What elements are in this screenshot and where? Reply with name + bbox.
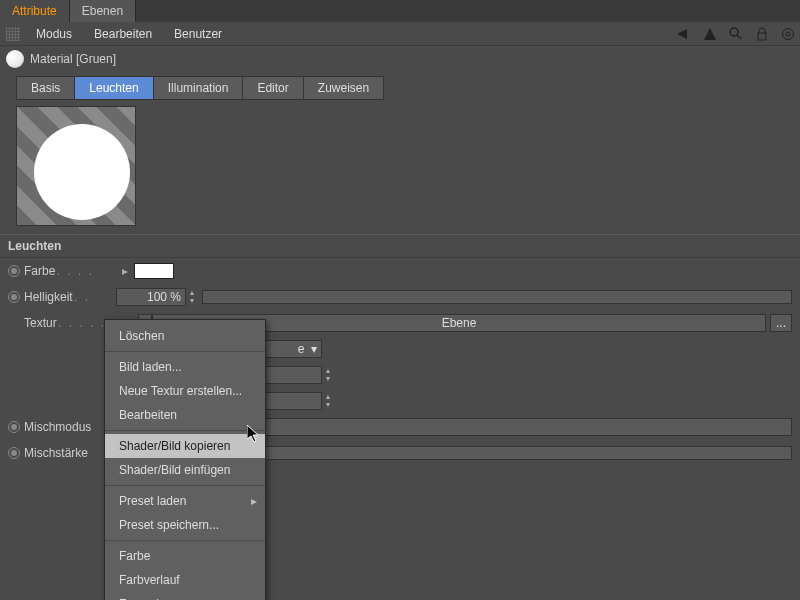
ctx-shader-einfuegen[interactable]: Shader/Bild einfügen bbox=[105, 458, 265, 482]
helligkeit-field[interactable]: 100 % bbox=[116, 288, 186, 306]
material-title: Material [Gruen] bbox=[30, 52, 116, 66]
sub-spinner-3[interactable]: ▲▼ bbox=[324, 393, 332, 409]
ctx-separator bbox=[105, 351, 265, 352]
enable-helligkeit-radio[interactable] bbox=[8, 291, 20, 303]
material-preview[interactable] bbox=[16, 106, 136, 226]
textur-browse-button[interactable]: ... bbox=[770, 314, 792, 332]
svg-marker-1 bbox=[704, 28, 716, 40]
category-tabs: Basis Leuchten Illumination Editor Zuwei… bbox=[0, 72, 800, 106]
label-mischmodus: Mischmodus bbox=[24, 420, 116, 434]
settings-icon[interactable] bbox=[779, 25, 797, 43]
label-helligkeit: Helligkeit . . bbox=[24, 290, 116, 304]
tab-zuweisen[interactable]: Zuweisen bbox=[303, 76, 384, 100]
svg-line-3 bbox=[737, 35, 741, 39]
preview-area bbox=[0, 106, 800, 234]
enable-mischstaerke-radio[interactable] bbox=[8, 447, 20, 459]
ctx-separator bbox=[105, 430, 265, 431]
menu-bearbeiten[interactable]: Bearbeiten bbox=[84, 23, 162, 45]
ctx-preset-laden[interactable]: Preset laden▸ bbox=[105, 489, 265, 513]
sub-spinner-2[interactable]: ▲▼ bbox=[324, 367, 332, 383]
svg-rect-4 bbox=[758, 33, 766, 40]
ctx-shader-kopieren[interactable]: Shader/Bild kopieren bbox=[105, 434, 265, 458]
ctx-farbverlauf[interactable]: Farbverlauf bbox=[105, 568, 265, 592]
tab-ebenen[interactable]: Ebenen bbox=[70, 0, 136, 22]
svg-point-6 bbox=[786, 32, 790, 36]
tab-attribute[interactable]: Attribute bbox=[0, 0, 70, 22]
svg-point-2 bbox=[730, 28, 738, 36]
svg-marker-0 bbox=[677, 29, 687, 39]
enable-mischmodus-radio[interactable] bbox=[8, 421, 20, 433]
label-textur: Textur . . . . . bbox=[24, 316, 116, 330]
submenu-arrow-icon: ▸ bbox=[251, 494, 257, 508]
ctx-separator bbox=[105, 485, 265, 486]
material-header: Material [Gruen] bbox=[0, 46, 800, 72]
tab-basis[interactable]: Basis bbox=[16, 76, 74, 100]
color-swatch[interactable] bbox=[134, 263, 174, 279]
nav-back-icon[interactable] bbox=[675, 25, 693, 43]
tab-leuchten[interactable]: Leuchten bbox=[74, 76, 152, 100]
svg-point-5 bbox=[783, 28, 794, 39]
ctx-bearbeiten[interactable]: Bearbeiten bbox=[105, 403, 265, 427]
enable-farbe-radio[interactable] bbox=[8, 265, 20, 277]
panel-tabs: Attribute Ebenen bbox=[0, 0, 800, 22]
material-thumb-icon bbox=[6, 50, 24, 68]
helligkeit-spinner[interactable]: ▲▼ bbox=[188, 289, 196, 305]
context-menu: Löschen Bild laden... Neue Textur erstel… bbox=[104, 319, 266, 600]
tab-illumination[interactable]: Illumination bbox=[153, 76, 243, 100]
param-helligkeit: Helligkeit . . 100 % ▲▼ bbox=[0, 284, 800, 310]
grip-icon[interactable] bbox=[6, 27, 20, 41]
ctx-fresnel[interactable]: Fresnel bbox=[105, 592, 265, 600]
section-heading: Leuchten bbox=[0, 234, 800, 258]
helligkeit-slider[interactable] bbox=[202, 290, 792, 304]
ctx-separator bbox=[105, 540, 265, 541]
ctx-neue-textur[interactable]: Neue Textur erstellen... bbox=[105, 379, 265, 403]
nav-up-icon[interactable] bbox=[701, 25, 719, 43]
search-icon[interactable] bbox=[727, 25, 745, 43]
param-farbe: Farbe . . . . ▸ bbox=[0, 258, 800, 284]
expand-farbe-icon[interactable]: ▸ bbox=[120, 264, 130, 278]
lock-icon[interactable] bbox=[753, 25, 771, 43]
ctx-bild-laden[interactable]: Bild laden... bbox=[105, 355, 265, 379]
tab-editor[interactable]: Editor bbox=[242, 76, 302, 100]
menu-bar: Modus Bearbeiten Benutzer bbox=[0, 22, 800, 46]
menu-modus[interactable]: Modus bbox=[26, 23, 82, 45]
label-farbe: Farbe . . . . bbox=[24, 264, 116, 278]
ctx-preset-speichern[interactable]: Preset speichern... bbox=[105, 513, 265, 537]
menu-benutzer[interactable]: Benutzer bbox=[164, 23, 232, 45]
ctx-farbe[interactable]: Farbe bbox=[105, 544, 265, 568]
label-mischstaerke: Mischstärke bbox=[24, 446, 116, 460]
ctx-loeschen[interactable]: Löschen bbox=[105, 324, 265, 348]
